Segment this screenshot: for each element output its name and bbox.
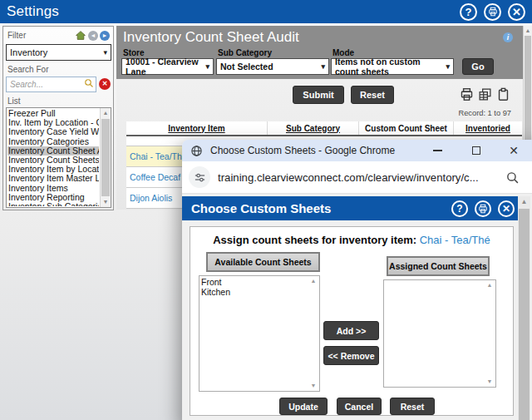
print-icon[interactable] xyxy=(484,3,501,21)
filter-header: Filter ◄ ► xyxy=(7,29,110,42)
sidebar-list-item[interactable]: Inventory Sub Categories xyxy=(7,202,99,206)
sidebar-list: Freezer Pull Inv. Item by Location - Cop… xyxy=(6,107,111,208)
available-item[interactable]: Kitchen xyxy=(201,287,306,297)
sub-category-select[interactable]: Not Selected ▾ xyxy=(216,58,329,75)
scroll-up-icon[interactable]: ▲ xyxy=(308,276,319,286)
available-count-sheets-header[interactable]: Available Count Sheets xyxy=(206,252,320,272)
search-icon[interactable] xyxy=(84,78,94,88)
assign-item-link[interactable]: Chai - Tea/Thé xyxy=(420,234,490,246)
inventory-item-link[interactable]: Chai - Tea/Thé xyxy=(130,151,187,161)
settings-titlebar: Settings ? ✕ xyxy=(0,0,532,23)
scroll-thumb[interactable] xyxy=(519,209,530,420)
info-icon[interactable]: i xyxy=(503,32,513,42)
main-header: Inventory Count Sheet Audit i Store Sub … xyxy=(116,26,523,79)
clipboard-icon[interactable] xyxy=(496,87,510,101)
popup-scrollbar[interactable]: ▲ xyxy=(518,196,530,420)
submit-button[interactable]: Submit xyxy=(293,86,344,104)
record-count: Record: 1 to 97 xyxy=(458,109,511,117)
close-icon[interactable]: ✕ xyxy=(508,3,525,21)
mode-select-value: Items not on custom count sheets xyxy=(335,57,446,77)
popup-urlbar: training.clearviewconnect.com/clearview/… xyxy=(182,161,532,194)
back-icon[interactable]: ◄ xyxy=(88,31,98,41)
available-item[interactable]: Front xyxy=(201,277,306,287)
print-icon[interactable] xyxy=(475,200,491,217)
filter-label: Filter xyxy=(7,31,26,40)
assigned-listbox[interactable]: ▲ ▼ xyxy=(383,279,496,388)
dialog-header: Choose Custom Sheets ? ✕ xyxy=(182,196,518,220)
go-button[interactable]: Go xyxy=(462,58,494,75)
chevron-down-icon: ▾ xyxy=(103,48,107,57)
print-table-icon[interactable] xyxy=(460,87,474,101)
list-label: List xyxy=(7,96,21,106)
dialog-header-icons: ? ✕ xyxy=(451,200,515,217)
chevron-down-icon: ▾ xyxy=(205,62,209,71)
titlebar-icons: ? ✕ xyxy=(460,3,525,21)
clear-search-icon[interactable]: ✕ xyxy=(99,78,111,90)
globe-icon xyxy=(190,145,203,157)
column-header[interactable]: Inventory Item xyxy=(126,121,268,135)
page-title: Settings xyxy=(7,3,59,20)
column-header[interactable]: Inventoried xyxy=(454,121,522,135)
maximize-icon[interactable] xyxy=(470,140,483,161)
assign-line: Assign count sheets for inventory item: … xyxy=(190,234,513,246)
chrome-popup-window: Choose Custom Sheets - Google Chrome ✕ t… xyxy=(182,140,532,420)
cancel-button[interactable]: Cancel xyxy=(337,398,382,415)
dialog-reset-button[interactable]: Reset xyxy=(390,398,435,415)
url-text[interactable]: training.clearviewconnect.com/clearview/… xyxy=(218,171,479,184)
table-toolbar xyxy=(460,87,510,101)
popup-titlebar[interactable]: Choose Custom Sheets - Google Chrome ✕ xyxy=(182,140,532,161)
scroll-up-icon[interactable]: ▲ xyxy=(101,108,111,118)
minimize-icon[interactable] xyxy=(431,140,444,161)
close-icon[interactable]: ✕ xyxy=(498,200,515,217)
settings-window: Settings ? ✕ Filter ◄ ► Inventory ▾ Sear… xyxy=(0,0,532,420)
store-select[interactable]: 10001 - Clearview Lane ▾ xyxy=(121,58,214,75)
site-settings-icon xyxy=(194,171,206,184)
table-header-row: Inventory Item Sub Category Custom Count… xyxy=(126,121,522,136)
popup-window-title: Choose Custom Sheets - Google Chrome xyxy=(210,145,395,156)
column-header[interactable]: Custom Count Sheet xyxy=(359,121,454,135)
chevron-down-icon: ▾ xyxy=(446,62,450,71)
zoom-icon[interactable] xyxy=(505,170,520,185)
main-title: Inventory Count Sheet Audit xyxy=(123,29,299,46)
chevron-down-icon: ▾ xyxy=(321,62,325,71)
forward-icon[interactable]: ► xyxy=(100,31,110,41)
sidebar-list-item[interactable]: Inventory Case Yield Warning xyxy=(7,127,99,136)
sidebar: Filter ◄ ► Inventory ▾ Search For ✕ List xyxy=(2,26,114,210)
close-window-icon[interactable]: ✕ xyxy=(507,140,520,161)
sidebar-list-scrollbar[interactable]: ▲ ▼ xyxy=(100,108,111,207)
assign-label: Assign count sheets for inventory item: xyxy=(213,234,416,246)
reset-button[interactable]: Reset xyxy=(351,86,394,104)
available-listbox[interactable]: FrontKitchen ▲ ▼ xyxy=(199,275,320,392)
search-input[interactable] xyxy=(6,77,96,92)
inventory-item-link[interactable]: Dijon Aiolis xyxy=(130,193,172,203)
scroll-thumb[interactable] xyxy=(101,119,110,196)
dialog-panel: Assign count sheets for inventory item: … xyxy=(190,226,514,416)
scroll-up-icon[interactable]: ▲ xyxy=(524,26,532,36)
help-icon[interactable]: ? xyxy=(460,3,477,21)
filter-select[interactable]: Inventory ▾ xyxy=(6,44,111,61)
scroll-up-icon[interactable]: ▲ xyxy=(518,196,530,208)
filter-select-value: Inventory xyxy=(10,47,47,57)
dialog-title: Choose Custom Sheets xyxy=(191,201,331,215)
assigned-count-sheets-header[interactable]: Assigned Count Sheets xyxy=(387,256,490,276)
site-settings-chip[interactable] xyxy=(189,166,210,188)
remove-button[interactable]: << Remove xyxy=(323,346,379,365)
scroll-down-icon[interactable]: ▼ xyxy=(484,377,495,387)
update-button[interactable]: Update xyxy=(279,398,328,415)
assigned-list-scrollbar[interactable]: ▲ ▼ xyxy=(484,280,495,387)
sub-category-label: Sub Category xyxy=(218,48,272,57)
sidebar-list-item[interactable]: Inventory Item Master List xyxy=(7,174,99,183)
mode-select[interactable]: Items not on custom count sheets ▾ xyxy=(331,58,454,75)
add-button[interactable]: Add >> xyxy=(323,321,379,340)
help-icon[interactable]: ? xyxy=(451,200,468,217)
export-grid-icon[interactable] xyxy=(478,87,492,101)
search-for-label: Search For xyxy=(7,65,48,74)
popup-page: Choose Custom Sheets ? ✕ ▲ Assign count … xyxy=(182,194,532,420)
scroll-down-icon[interactable]: ▼ xyxy=(308,381,319,391)
available-list-scrollbar[interactable]: ▲ ▼ xyxy=(308,276,319,391)
scroll-up-icon[interactable]: ▲ xyxy=(484,280,495,290)
scroll-down-icon[interactable]: ▼ xyxy=(101,197,111,207)
home-icon[interactable] xyxy=(75,30,86,41)
store-select-value: 10001 - Clearview Lane xyxy=(126,57,205,77)
column-header[interactable]: Sub Category xyxy=(268,121,359,135)
